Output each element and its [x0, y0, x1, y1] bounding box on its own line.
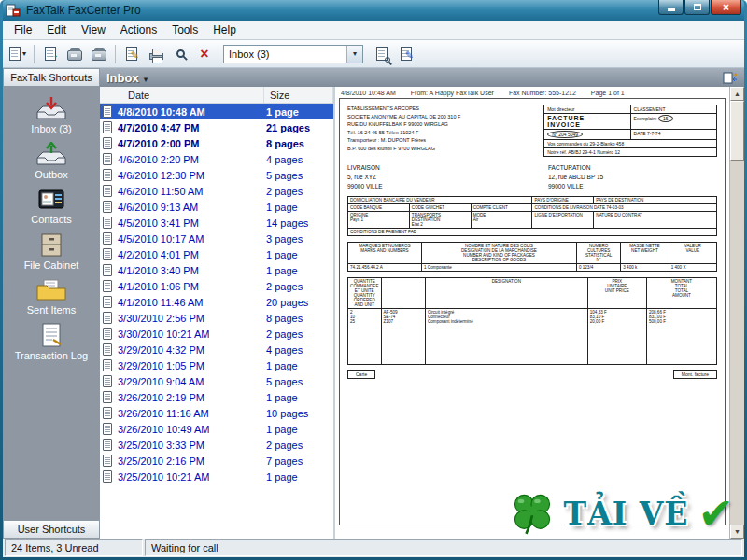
list-item[interactable]: 3/25/2010 2:16 PM7 pages	[100, 453, 333, 469]
minimize-button[interactable]	[658, 0, 684, 15]
sidebar-item-label: Contacts	[31, 214, 71, 225]
folder-header-fax-icon[interactable]	[723, 71, 738, 84]
fax-livraison-block: LIVRAISON 5, rue XYZ 99000 VILLE	[347, 163, 516, 190]
folder-select[interactable]: Inbox (3) ▾	[223, 45, 363, 63]
new-fax-button[interactable]: ▾	[7, 43, 29, 65]
fax-document-icon	[103, 423, 112, 435]
preview-scrollbar[interactable]: ▲ ▼	[729, 87, 744, 539]
fax-transports: TRANSPORTS DESTINATION Etat 2	[409, 212, 471, 229]
fax-size: 1 page	[266, 424, 333, 435]
scroll-up-button[interactable]: ▲	[730, 87, 744, 101]
title-bar[interactable]: FaxTalk FaxCenter Pro ×	[3, 0, 744, 21]
search-button[interactable]	[169, 43, 191, 65]
menu-tools[interactable]: Tools	[164, 21, 205, 38]
list-item[interactable]: 3/25/2010 3:33 PM2 pages	[100, 437, 333, 453]
menu-edit[interactable]: Edit	[39, 21, 74, 38]
menu-view[interactable]: View	[74, 21, 113, 38]
fax-exemplaire-number: 15	[658, 115, 673, 122]
sidebar-item-transaction-log[interactable]: Transaction Log	[3, 323, 100, 361]
delete-x-icon: ×	[200, 47, 208, 62]
down-arrow-icon: ▼	[734, 528, 740, 535]
delete-button[interactable]: ×	[193, 43, 216, 65]
fax-reference: Notre réf. AB/BJ 29-4-1 Numéro 12	[544, 148, 716, 156]
fax-date: 4/7/2010 2:00 PM	[112, 138, 266, 149]
user-shortcuts-button[interactable]: User Shortcuts	[3, 520, 100, 539]
menu-file[interactable]: File	[7, 21, 39, 38]
fax-list: Date Size 4/8/2010 10:48 AM1 page 4/7/20…	[100, 87, 335, 539]
annotate-button[interactable]: ✎	[395, 43, 417, 65]
fax-bank-header: DOMICILIATION BANCAIRE DU VENDEUR	[348, 197, 532, 204]
list-item[interactable]: 4/5/2010 3:41 PM14 pages	[100, 215, 333, 231]
scroll-thumb[interactable]	[730, 101, 744, 161]
column-header-size[interactable]: Size	[264, 87, 333, 103]
fax-date: 3/25/2010 3:33 PM	[112, 440, 266, 451]
list-item[interactable]: 3/25/2010 10:21 AM1 page	[100, 469, 333, 484]
list-item[interactable]: 3/29/2010 4:32 PM4 pages	[100, 342, 333, 357]
list-item[interactable]: 3/29/2010 1:05 PM1 page	[100, 357, 333, 373]
fax-date: 4/8/2010 10:48 AM	[112, 106, 266, 118]
fax-invoice-number: N° 204 5049	[547, 131, 583, 138]
list-item[interactable]: 4/7/2010 4:47 PM21 pages	[100, 119, 333, 135]
menu-actions[interactable]: Actions	[113, 21, 164, 38]
folder-header[interactable]: Inbox ▾	[100, 68, 744, 87]
fax-size: 1 page	[266, 392, 333, 403]
fax-facturation-block: FACTURATION 12, rue ABCD BP 15 99000 VIL…	[548, 163, 717, 190]
column-header-date[interactable]: Date	[100, 87, 264, 103]
list-item[interactable]: 4/7/2010 2:00 PM8 pages	[100, 135, 333, 151]
fax-preview-pane: 4/8/2010 10:48 AM From: A Happy FaxTalk …	[335, 87, 744, 539]
list-item[interactable]: 3/26/2010 11:16 AM10 pages	[100, 405, 333, 421]
fax-size: 1 page	[266, 471, 333, 483]
receive-fax-button[interactable]	[88, 43, 110, 65]
fax-date: 3/29/2010 1:05 PM	[112, 360, 266, 371]
mini-magnifier-icon	[385, 57, 390, 63]
fax-document-icon	[103, 439, 112, 451]
send-fax-button[interactable]: →	[39, 43, 62, 65]
list-item[interactable]: 4/1/2010 3:40 PM1 page	[100, 262, 333, 278]
list-item[interactable]: 3/30/2010 2:56 PM8 pages	[100, 310, 333, 326]
list-item[interactable]: 3/30/2010 10:21 AM2 pages	[100, 326, 333, 342]
fax-size: 1 page	[266, 265, 333, 276]
menu-help[interactable]: Help	[205, 21, 244, 38]
fax-code-guichet: CODE GUICHET	[409, 204, 471, 212]
list-item[interactable]: 4/6/2010 9:13 AM1 page	[100, 199, 333, 215]
list-item[interactable]: 4/1/2010 1:06 PM2 pages	[100, 278, 333, 294]
fax-marques-val: 74.21.456.44.2 A	[348, 264, 422, 272]
forward-fax-button[interactable]	[63, 43, 86, 65]
fax-date: 4/7/2010 4:47 PM	[112, 122, 266, 133]
sidebar-item-sent-items[interactable]: Sent Items	[3, 278, 100, 315]
list-item[interactable]: 3/29/2010 9:04 AM5 pages	[100, 373, 333, 389]
edit-fax-button[interactable]: ✎	[120, 43, 143, 65]
close-button[interactable]: ×	[711, 0, 741, 15]
sidebar-item-label: Inbox (3)	[31, 123, 71, 134]
sidebar-item-inbox[interactable]: Inbox (3)	[3, 96, 100, 134]
list-item[interactable]: 4/5/2010 10:17 AM3 pages	[100, 231, 333, 246]
scrollbar-track[interactable]	[730, 101, 744, 525]
view-fax-button[interactable]	[371, 43, 393, 65]
fax-document-icon	[103, 217, 112, 229]
fax-info-page: Page 1 of 1	[591, 90, 625, 96]
green-arrow-icon: →	[49, 49, 59, 60]
fax-cond-livraison: CONDITIONS DE LIVRAISON DATE 74-03-03	[532, 204, 717, 212]
status-items-count: 24 Items, 3 Unread	[5, 539, 143, 556]
contacts-icon	[35, 188, 67, 212]
fax-total-vals: 208,66 F 831,00 F 500,00 F	[646, 309, 716, 365]
list-item[interactable]: 3/26/2010 10:49 AM1 page	[100, 421, 333, 437]
sidebar-item-outbox[interactable]: Outbox	[3, 142, 100, 180]
fax-mot-directeur: Mot directeur	[544, 105, 630, 113]
list-item[interactable]: 4/1/2010 11:46 AM20 pages	[100, 294, 333, 310]
send-receive-icon	[723, 71, 738, 84]
send-fax-icon: →	[45, 47, 56, 61]
sidebar-item-contacts[interactable]: Contacts	[3, 188, 100, 225]
faxtalk-shortcuts-button[interactable]: FaxTalk Shortcuts	[3, 68, 100, 87]
sidebar-item-file-cabinet[interactable]: File Cabinet	[3, 232, 100, 271]
list-item[interactable]: 4/8/2010 10:48 AM1 page	[100, 104, 333, 119]
list-item[interactable]: 4/2/2010 4:01 PM1 page	[100, 246, 333, 262]
list-item[interactable]: 3/26/2010 2:19 PM1 page	[100, 389, 333, 405]
print-button[interactable]	[145, 43, 167, 65]
combo-dropdown-button[interactable]: ▾	[346, 46, 362, 63]
list-item[interactable]: 4/6/2010 11:50 AM2 pages	[100, 183, 333, 199]
fax-document-icon	[103, 280, 112, 292]
list-item[interactable]: 4/6/2010 2:20 PM4 pages	[100, 151, 333, 167]
maximize-button[interactable]	[684, 0, 710, 15]
list-item[interactable]: 4/6/2010 12:30 PM5 pages	[100, 167, 333, 183]
